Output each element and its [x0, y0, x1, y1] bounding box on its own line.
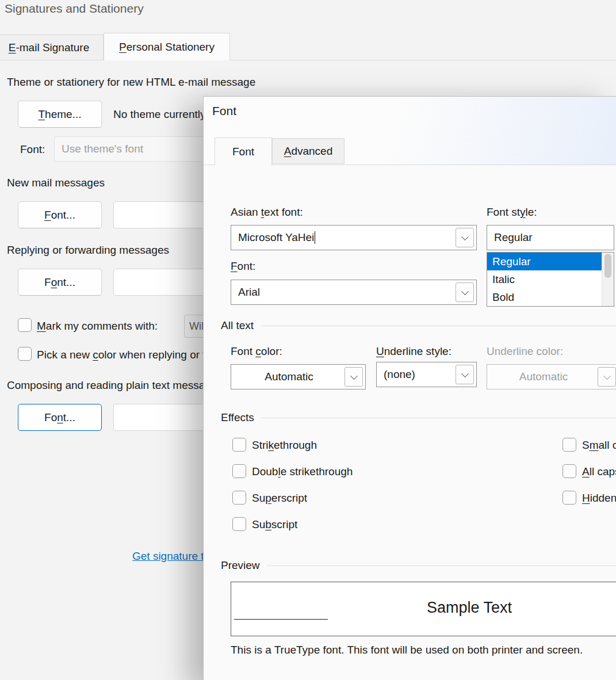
- preview-group-label: Preview: [221, 559, 260, 572]
- reply-font-button-label: Font...: [44, 276, 75, 289]
- font-style-option[interactable]: Bold: [487, 288, 602, 306]
- plain-text-font-button[interactable]: Font...: [18, 404, 102, 431]
- plain-text-font-button-label: Font...: [44, 411, 75, 424]
- superscript-checkbox[interactable]: [232, 491, 246, 505]
- font-color-dropdown-button[interactable]: [345, 367, 363, 387]
- underline-style-label-text: Underline style:: [376, 345, 452, 357]
- theme-button[interactable]: Theme...: [18, 101, 102, 128]
- subscript-checkbox[interactable]: [232, 517, 246, 531]
- all-caps-label-text: All caps: [582, 465, 616, 477]
- effects-group: Effects: [221, 411, 616, 425]
- font-color-label: Font color:: [231, 345, 282, 358]
- superscript-label-text: Superscript: [252, 492, 307, 504]
- font-combobox[interactable]: Arial: [231, 280, 477, 305]
- theme-font-label: Font:: [20, 143, 45, 156]
- underline-style-label: Underline style:: [376, 345, 452, 358]
- strikethrough-label-text: Strikethrough: [252, 439, 317, 451]
- preview-box: Sample Text: [231, 582, 616, 636]
- new-mail-font-button-label: Font...: [44, 209, 75, 221]
- tab-personal-stationery[interactable]: Personal Stationery: [104, 33, 230, 60]
- asian-font-label: Asian text font:: [231, 205, 303, 219]
- strikethrough-label: Strikethrough: [252, 438, 317, 452]
- font-label-text: Font:: [231, 260, 255, 272]
- pick-color-checkbox[interactable]: [18, 347, 32, 361]
- underline-style-dropdown-button[interactable]: [456, 365, 474, 384]
- underline-style-dropdown[interactable]: (none): [376, 362, 477, 387]
- asian-font-dropdown-button[interactable]: [456, 228, 474, 247]
- mark-comments-label-text: Mark my comments with:: [37, 320, 158, 332]
- font-style-listbox: Regular Italic Bold: [487, 252, 614, 307]
- underline-color-dropdown: Automatic: [487, 364, 616, 389]
- double-strikethrough-label-text: Double strikethrough: [252, 465, 353, 477]
- new-mail-heading: New mail messages: [7, 176, 105, 190]
- hidden-label: Hidden: [582, 491, 616, 505]
- all-text-group-label: All text: [221, 319, 254, 332]
- text-caret: [315, 231, 315, 244]
- scrollbar-thumb[interactable]: [604, 254, 611, 278]
- small-caps-label-text: Small caps: [582, 439, 616, 451]
- chevron-down-icon: [461, 233, 469, 240]
- hidden-checkbox[interactable]: [563, 491, 576, 505]
- chevron-down-icon: [603, 372, 611, 380]
- theme-section-heading: Theme or stationery for new HTML e-mail …: [7, 75, 255, 89]
- font-style-value: Regular: [494, 231, 533, 244]
- tab-email-signature[interactable]: E-mail Signature: [0, 35, 104, 60]
- double-strikethrough-label: Double strikethrough: [252, 465, 353, 479]
- subscript-label: Subscript: [252, 518, 297, 532]
- font-style-option[interactable]: Italic: [487, 270, 602, 288]
- all-caps-label: All caps: [582, 465, 616, 479]
- tab-label: Font: [232, 146, 254, 158]
- chevron-down-icon: [461, 288, 469, 295]
- asian-font-label-text: Asian text font:: [231, 206, 303, 218]
- asian-font-combobox[interactable]: Microsoft YaHei: [231, 225, 477, 250]
- preview-group: Preview: [221, 559, 616, 572]
- hidden-label-text: Hidden: [582, 492, 616, 504]
- preview-baseline: [234, 619, 328, 620]
- font-dialog: Font Font Advanced Asian text font: Micr…: [203, 96, 616, 680]
- font-style-option[interactable]: Regular: [487, 253, 602, 270]
- small-caps-checkbox[interactable]: [563, 438, 576, 452]
- theme-font-input: Use theme's font: [54, 136, 218, 162]
- plain-text-heading: Composing and reading plain text message…: [7, 379, 223, 392]
- font-color-label-text: Font color:: [231, 345, 282, 357]
- effects-group-label: Effects: [221, 411, 254, 424]
- all-caps-checkbox[interactable]: [563, 464, 576, 478]
- dialog-title: Font: [212, 104, 236, 118]
- theme-font-value: Use theme's font: [62, 143, 143, 155]
- window-title: Signatures and Stationery: [5, 2, 144, 16]
- group-separator-line: [261, 326, 616, 326]
- font-color-dropdown[interactable]: Automatic: [231, 364, 366, 389]
- small-caps-label: Small caps: [582, 438, 616, 452]
- tab-label: Personal Stationery: [119, 41, 215, 54]
- font-style-scrollbar[interactable]: [602, 253, 614, 306]
- reply-heading: Replying or forwarding messages: [7, 243, 169, 257]
- underline-color-label: Underline color:: [487, 345, 563, 358]
- underline-color-dropdown-button: [598, 367, 616, 387]
- preview-sample-text: Sample Text: [231, 599, 616, 617]
- subscript-label-text: Subscript: [252, 518, 297, 530]
- group-separator-line: [261, 418, 616, 418]
- underline-style-value: (none): [384, 368, 415, 381]
- font-style-label-text: Font style:: [487, 206, 537, 218]
- mark-comments-checkbox[interactable]: [18, 318, 32, 332]
- reply-font-button[interactable]: Font...: [18, 269, 102, 296]
- truetype-note: This is a TrueType font. This font will …: [231, 643, 583, 657]
- strikethrough-checkbox[interactable]: [232, 438, 246, 452]
- font-color-value: Automatic: [265, 370, 313, 383]
- font-style-input[interactable]: Regular: [487, 225, 614, 250]
- tab-label: E-mail Signature: [9, 41, 89, 54]
- chevron-down-icon: [350, 372, 358, 380]
- superscript-label: Superscript: [252, 491, 307, 505]
- mark-comments-label: Mark my comments with:: [37, 319, 158, 333]
- font-dropdown-button[interactable]: [456, 282, 474, 302]
- font-label: Font:: [231, 259, 255, 273]
- underline-color-value: Automatic: [519, 370, 568, 383]
- tab-advanced[interactable]: Advanced: [272, 138, 345, 164]
- double-strikethrough-checkbox[interactable]: [232, 464, 246, 478]
- font-style-label: Font style:: [487, 205, 537, 219]
- theme-button-label: Theme...: [39, 108, 82, 121]
- tab-font[interactable]: Font: [215, 137, 272, 165]
- group-separator-line: [267, 566, 616, 566]
- font-value: Arial: [238, 286, 260, 299]
- new-mail-font-button[interactable]: Font...: [18, 201, 102, 228]
